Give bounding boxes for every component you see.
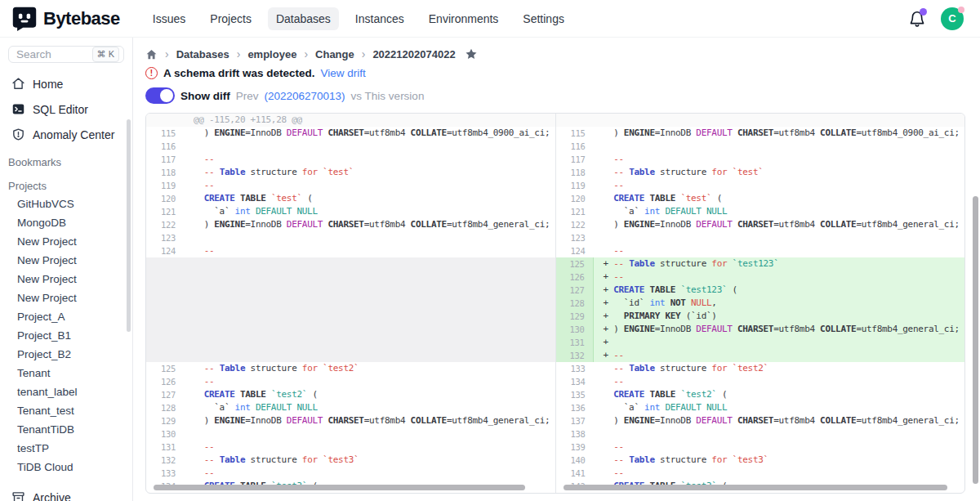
breadcrumb-separator: › — [165, 47, 169, 60]
show-diff-toggle[interactable] — [145, 87, 175, 104]
sidebar-project-item[interactable]: MongoDB — [0, 213, 132, 232]
sidebar-project-item[interactable]: Project_B2 — [0, 345, 132, 364]
sidebar-item-archive[interactable]: Archive — [0, 485, 132, 501]
code-line — [184, 257, 555, 271]
line-number — [146, 257, 184, 271]
code-line: ) ENGINE=InnoDB DEFAULT CHARSET=utf8mb4 … — [594, 218, 965, 231]
line-number: 119 — [556, 179, 594, 192]
code-line — [184, 310, 555, 323]
line-number: 122 — [146, 218, 184, 231]
sidebar-project-item[interactable]: New Project — [0, 251, 132, 270]
nav-item-issues[interactable]: Issues — [145, 7, 194, 30]
diff-row: 133 -- Table structure for `test2` — [556, 362, 965, 375]
main-nav: IssuesProjectsDatabasesInstancesEnvironm… — [145, 7, 572, 30]
code-line: -- — [184, 153, 555, 166]
line-number: 120 — [556, 192, 594, 205]
diff-row: 132+ -- — [556, 349, 965, 362]
sidebar-item-label: Home — [33, 78, 63, 91]
code-line: -- — [594, 179, 965, 192]
horizontal-scrollbar-left[interactable] — [154, 485, 525, 490]
line-number: 116 — [556, 140, 594, 153]
line-number: 141 — [556, 467, 594, 480]
diff-row: 130 — [146, 427, 555, 441]
diff-row: 126 -- — [146, 375, 555, 388]
diff-row: 123 — [556, 231, 965, 244]
sidebar-project-item[interactable]: TenantTiDB — [0, 420, 132, 439]
nav-item-environments[interactable]: Environments — [421, 7, 507, 30]
line-number: 131 — [556, 336, 594, 349]
sidebar-project-item[interactable]: TiDB Cloud — [0, 458, 132, 476]
diff-row: 138 — [556, 427, 965, 441]
diff-row: 126+ -- — [556, 271, 965, 284]
diff-row: 137 ) ENGINE=InnoDB DEFAULT CHARSET=utf8… — [556, 414, 965, 427]
diff-row: 125+ -- Table structure for `test123` — [556, 257, 965, 271]
code-line: CREATE TABLE `test` ( — [184, 192, 555, 205]
sidebar-project-item[interactable]: GitHubVCS — [0, 195, 132, 213]
line-number: 133 — [146, 467, 184, 480]
line-number: 140 — [556, 454, 594, 467]
line-number: 125 — [146, 362, 184, 375]
search-input[interactable] — [16, 48, 82, 60]
code-line — [184, 336, 555, 349]
sidebar-project-item[interactable]: New Project — [0, 232, 132, 251]
sidebar-project-item[interactable]: Project_A — [0, 307, 132, 326]
diff-toolbar: Show diff Prev (202206270013) vs This ve… — [145, 87, 980, 104]
nav-item-projects[interactable]: Projects — [202, 7, 260, 30]
code-line: -- — [184, 375, 555, 388]
diff-filler-row — [146, 271, 555, 284]
diff-hunk-row — [556, 114, 965, 127]
nav-item-databases[interactable]: Databases — [268, 7, 339, 30]
code-line: + -- Table structure for `test123` — [594, 257, 965, 271]
view-drift-link[interactable]: View drift — [321, 67, 366, 79]
drift-alert-text: A schema drift was detected. — [163, 67, 315, 79]
diff-row: 141 -- — [556, 467, 965, 480]
sidebar-project-item[interactable]: New Project — [0, 270, 132, 289]
line-number: 127 — [146, 388, 184, 401]
diff-row: 128+ `id` int NOT NULL, — [556, 297, 965, 310]
line-number — [146, 336, 184, 349]
line-number: 115 — [146, 127, 184, 140]
sidebar-project-item[interactable]: Tenant_test — [0, 401, 132, 420]
diff-row: 121 `a` int DEFAULT NULL — [146, 205, 555, 218]
breadcrumb-item-databases[interactable]: Databases — [176, 48, 229, 60]
diff-row: 117 -- — [146, 153, 555, 166]
sidebar-section-bookmarks: Bookmarks — [0, 147, 132, 171]
horizontal-scrollbar-right[interactable] — [564, 485, 947, 490]
diff-row: 115 ) ENGINE=InnoDB DEFAULT CHARSET=utf8… — [556, 127, 965, 140]
code-line: + `id` int NOT NULL, — [594, 297, 965, 310]
sidebar-item-home[interactable]: Home — [0, 71, 132, 96]
avatar[interactable]: C — [941, 7, 964, 30]
notification-bell-icon[interactable] — [908, 10, 926, 28]
page-vertical-scrollbar[interactable] — [973, 196, 978, 484]
diff-row: 129 ) ENGINE=InnoDB DEFAULT CHARSET=utf8… — [146, 414, 555, 427]
line-number: 118 — [146, 166, 184, 179]
code-line: + — [594, 336, 965, 349]
bytebase-logo-icon — [11, 6, 38, 32]
sidebar-item-sql-editor[interactable]: SQL Editor — [0, 96, 132, 122]
sidebar-item-anomaly-center[interactable]: Anomaly Center — [0, 122, 132, 147]
sidebar-project-item[interactable]: Project_B1 — [0, 326, 132, 345]
breadcrumb-item-change[interactable]: Change — [315, 48, 354, 60]
sidebar-project-item[interactable]: New Project — [0, 289, 132, 307]
star-icon[interactable] — [463, 47, 478, 60]
code-line: -- Table structure for `test2` — [184, 362, 555, 375]
nav-item-instances[interactable]: Instances — [347, 7, 412, 30]
code-line: -- Table structure for `test` — [594, 166, 965, 179]
prev-version-link[interactable]: (202206270013) — [265, 90, 345, 102]
sidebar-project-item[interactable]: testTP — [0, 439, 132, 458]
avatar-status-dot — [958, 7, 964, 13]
line-number: 134 — [556, 375, 594, 388]
sidebar-project-item[interactable]: Tenant — [0, 364, 132, 382]
show-diff-label: Show diff — [180, 90, 230, 102]
code-line — [184, 297, 555, 310]
nav-item-settings[interactable]: Settings — [514, 7, 572, 30]
code-line — [184, 271, 555, 284]
avatar-letter: C — [948, 12, 956, 25]
breadcrumb-item-employee[interactable]: employee — [247, 48, 296, 60]
sidebar-scrollbar[interactable] — [127, 119, 131, 332]
code-line: -- Table structure for `test2` — [594, 362, 965, 375]
code-line — [184, 231, 555, 244]
search-box[interactable]: ⌘ K — [8, 46, 124, 63]
breadcrumb-home-icon[interactable] — [145, 48, 158, 60]
sidebar-project-item[interactable]: tenant_label — [0, 382, 132, 401]
